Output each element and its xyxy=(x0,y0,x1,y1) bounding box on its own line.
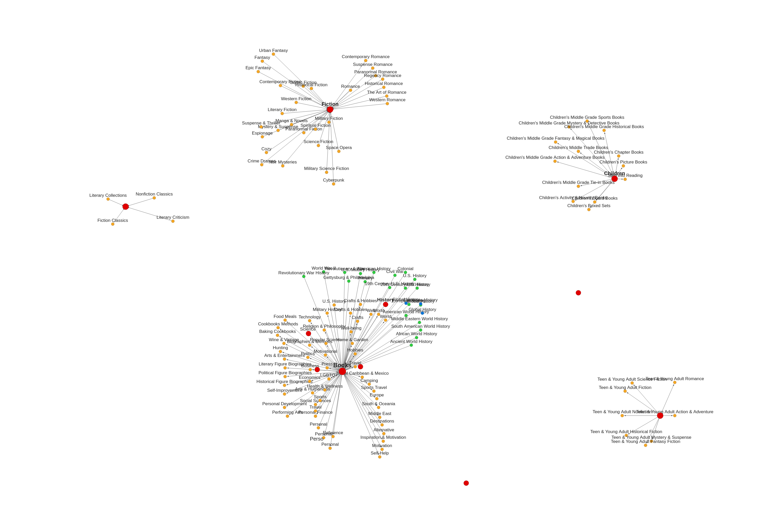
graph-canvas xyxy=(0,0,763,532)
